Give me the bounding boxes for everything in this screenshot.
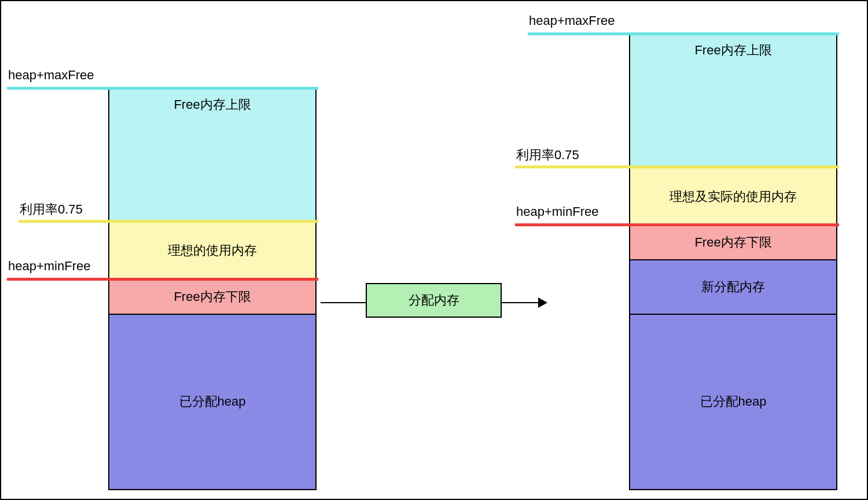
action-box: 分配内存 [366, 283, 502, 318]
left-seg-allocated: 已分配heap [109, 314, 315, 489]
left-line-minfree [7, 278, 318, 281]
right-line-maxfree [528, 32, 839, 35]
left-label-minfree: heap+minFree [8, 259, 90, 274]
left-memory-bar: 已分配heap Free内存下限 理想的使用内存 Free内存上限 [108, 88, 317, 490]
right-seg-ideal-actual: 理想及实际的使用内存 [630, 167, 836, 225]
left-label-maxfree: heap+maxFree [8, 68, 94, 83]
left-line-utilization [19, 220, 318, 223]
left-seg-ideal: 理想的使用内存 [109, 222, 315, 279]
right-label-utilization: 利用率0.75 [516, 146, 579, 164]
right-seg-new-alloc: 新分配内存 [630, 259, 836, 314]
left-line-maxfree [7, 87, 318, 90]
right-seg-free-lower: Free内存下限 [630, 225, 836, 259]
left-seg-free-upper: Free内存上限 [109, 89, 315, 222]
left-seg-free-lower: Free内存下限 [109, 279, 315, 314]
right-label-minfree: heap+minFree [516, 204, 598, 219]
right-line-minfree [515, 223, 839, 226]
right-line-utilization [515, 166, 839, 168]
right-seg-allocated: 已分配heap [630, 314, 836, 489]
right-seg-free-upper: Free内存上限 [630, 35, 836, 167]
right-label-maxfree: heap+maxFree [529, 13, 615, 28]
left-label-utilization: 利用率0.75 [20, 201, 83, 218]
right-memory-bar: 已分配heap 新分配内存 Free内存下限 理想及实际的使用内存 Free内存… [629, 34, 837, 490]
diagram-canvas: 已分配heap Free内存下限 理想的使用内存 Free内存上限 heap+m… [0, 0, 868, 500]
